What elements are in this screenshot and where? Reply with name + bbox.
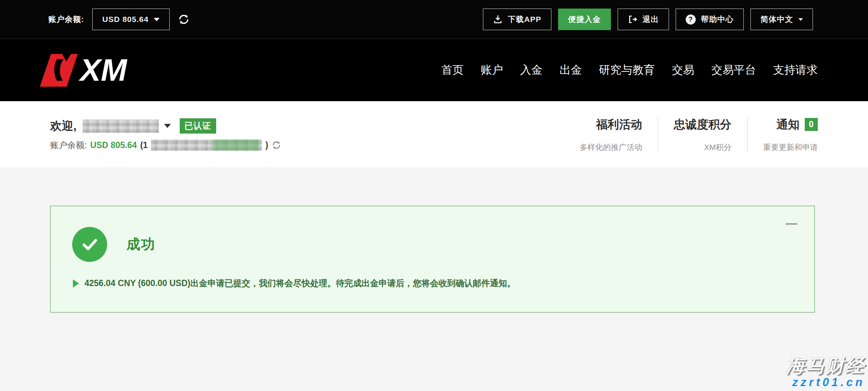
stat-notifications-subtitle: 重要更新和申请 <box>763 142 818 153</box>
nav-item-trading[interactable]: 交易 <box>672 63 694 78</box>
main-nav: 首页 账户 入金 出金 研究与教育 交易 交易平台 支持请求 <box>441 63 818 78</box>
refresh-account-button[interactable] <box>272 140 281 150</box>
success-alert: 成功 4256.04 CNY (600.00 USD)出金申请已提交，我们将会尽… <box>50 206 815 313</box>
balance-dropdown-value: USD 805.64 <box>102 15 148 24</box>
stat-notifications[interactable]: 通知 0 重要更新和申请 <box>747 117 818 153</box>
logout-button[interactable]: 退出 <box>618 9 669 30</box>
balance-dropdown[interactable]: USD 805.64 <box>92 9 170 30</box>
download-icon <box>493 15 503 24</box>
stat-promotions[interactable]: 福利活动 多样化的推广活动 <box>564 117 658 153</box>
logout-icon <box>628 15 637 24</box>
account-number-prefix: (1 <box>140 140 148 150</box>
stat-loyalty-title: 忠诚度积分 <box>674 117 731 132</box>
stat-notifications-title: 通知 <box>776 117 800 132</box>
notification-count-badge: 0 <box>805 118 818 131</box>
xm-logo[interactable]: XM <box>35 52 131 88</box>
logout-label: 退出 <box>643 14 659 25</box>
download-app-label: 下载APP <box>508 14 541 25</box>
top-utility-bar: 账户余额: USD 805.64 下载A <box>0 0 868 39</box>
welcome-strip: 欢迎, 已认证 账户余额: USD 805.64 (1 ) <box>0 101 868 168</box>
account-number-blurred <box>151 140 262 151</box>
nav-item-home[interactable]: 首页 <box>441 63 464 78</box>
account-balance-label: 账户余额: <box>48 14 84 25</box>
account-number-suffix: ) <box>265 140 268 150</box>
chevron-down-icon <box>798 18 803 21</box>
help-center-button[interactable]: ? 帮助中心 <box>676 9 744 30</box>
language-dropdown[interactable]: 简体中文 <box>750 9 813 30</box>
help-icon: ? <box>686 15 696 25</box>
balance-value: USD 805.64 <box>90 140 137 150</box>
username-blurred <box>83 119 159 133</box>
easy-deposit-button[interactable]: 便捷入金 <box>558 9 611 30</box>
stat-promotions-title: 福利活动 <box>580 117 642 132</box>
nav-item-withdraw[interactable]: 出金 <box>560 63 582 78</box>
nav-item-account[interactable]: 账户 <box>481 63 503 78</box>
refresh-icon <box>178 13 190 25</box>
verified-badge: 已认证 <box>180 118 216 134</box>
help-center-label: 帮助中心 <box>701 14 734 25</box>
easy-deposit-label: 便捷入金 <box>568 14 601 25</box>
stat-loyalty-subtitle: XM积分 <box>674 142 731 153</box>
collapse-icon[interactable] <box>786 223 797 225</box>
welcome-greeting: 欢迎, <box>50 118 77 134</box>
nav-item-support[interactable]: 支持请求 <box>773 63 818 78</box>
language-label: 简体中文 <box>760 14 793 25</box>
content-area: 成功 4256.04 CNY (600.00 USD)出金申请已提交，我们将会尽… <box>0 168 868 391</box>
xm-logo-text: XM <box>79 52 128 87</box>
watermark: 海马财经 zzrt01.cn <box>786 356 865 389</box>
success-message: 4256.04 CNY (600.00 USD)出金申请已提交，我们将会尽快处理… <box>84 278 516 289</box>
nav-item-research-education[interactable]: 研究与教育 <box>599 63 655 78</box>
nav-item-deposit[interactable]: 入金 <box>520 63 542 78</box>
success-title: 成功 <box>126 235 156 254</box>
nav-item-platforms[interactable]: 交易平台 <box>711 63 756 78</box>
bullet-triangle-icon <box>73 279 79 288</box>
main-header: XM 首页 账户 入金 出金 研究与教育 交易 交易平台 支持请求 <box>0 39 868 101</box>
balance-label: 账户余额: <box>50 140 87 151</box>
chevron-down-icon <box>164 124 171 128</box>
download-app-button[interactable]: 下载APP <box>483 9 551 30</box>
refresh-balance-button[interactable] <box>178 13 190 25</box>
chevron-down-icon <box>154 18 160 21</box>
refresh-icon <box>272 140 281 150</box>
username-dropdown[interactable] <box>83 119 171 133</box>
stat-promotions-subtitle: 多样化的推广活动 <box>580 142 642 153</box>
stat-loyalty[interactable]: 忠诚度积分 XM积分 <box>658 117 747 153</box>
watermark-url: zzrt01.cn <box>786 376 865 389</box>
success-check-icon <box>72 227 107 262</box>
watermark-title: 海马财经 <box>786 356 865 376</box>
